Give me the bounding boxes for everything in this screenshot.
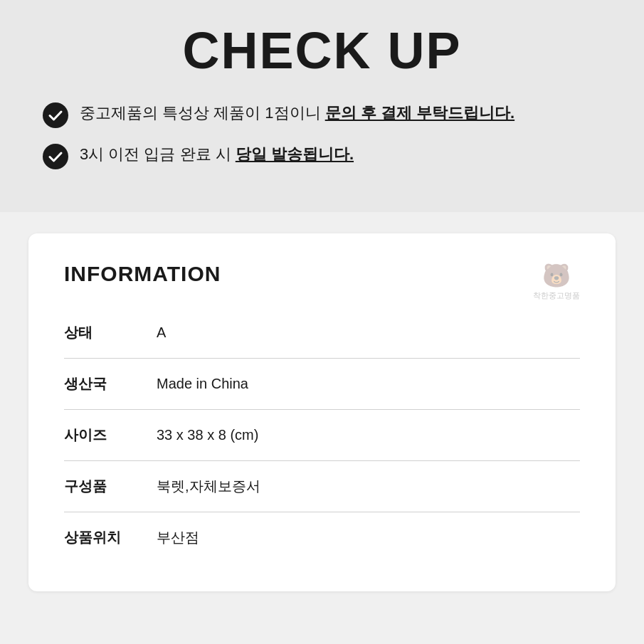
info-label-0: 상태	[64, 323, 157, 342]
bottom-section: INFORMATION 🐻 착한중고명품 상태A생산국Made in China…	[0, 212, 644, 613]
top-section: CHECK UP 중고제품의 특성상 제품이 1점이니 문의 후 결제 부탁드립…	[0, 0, 644, 212]
info-row-2: 사이즈33 x 38 x 8 (cm)	[64, 410, 580, 461]
check-item-2: 3시 이전 입금 완료 시 당일 발송됩니다.	[43, 142, 601, 169]
info-card: INFORMATION 🐻 착한중고명품 상태A생산국Made in China…	[28, 233, 616, 591]
check-text-1: 중고제품의 특성상 제품이 1점이니 문의 후 결제 부탁드립니다.	[80, 101, 514, 125]
watermark-text: 착한중고명품	[533, 291, 580, 300]
check-text-2-bold: 당일 발송됩니다.	[236, 145, 354, 163]
check-item-1: 중고제품의 특성상 제품이 1점이니 문의 후 결제 부탁드립니다.	[43, 101, 601, 128]
info-rows-container: 상태A생산국Made in China사이즈33 x 38 x 8 (cm)구성…	[64, 307, 580, 563]
info-row-1: 생산국Made in China	[64, 359, 580, 410]
info-row-0: 상태A	[64, 307, 580, 359]
info-title: INFORMATION	[64, 262, 580, 286]
watermark-bear-icon: 🐻	[533, 262, 580, 289]
svg-point-0	[43, 102, 68, 128]
info-label-1: 생산국	[64, 374, 157, 394]
check-text-2: 3시 이전 입금 완료 시 당일 발송됩니다.	[80, 142, 354, 166]
checkmark-icon-2	[43, 144, 68, 169]
info-label-3: 구성품	[64, 477, 157, 496]
info-value-3: 북렛,자체보증서	[157, 477, 260, 496]
info-value-1: Made in China	[157, 376, 248, 392]
svg-point-1	[43, 144, 68, 169]
page-title: CHECK UP	[43, 21, 601, 80]
check-text-1-bold: 문의 후 결제 부탁드립니다.	[325, 104, 514, 122]
info-value-4: 부산점	[157, 528, 199, 547]
watermark: 🐻 착한중고명품	[533, 262, 580, 301]
info-label-2: 사이즈	[64, 426, 157, 445]
info-label-4: 상품위치	[64, 528, 157, 547]
info-value-0: A	[157, 324, 166, 341]
info-row-3: 구성품북렛,자체보증서	[64, 461, 580, 512]
checkmark-icon-1	[43, 102, 68, 128]
info-value-2: 33 x 38 x 8 (cm)	[157, 427, 258, 443]
info-row-4: 상품위치부산점	[64, 512, 580, 563]
